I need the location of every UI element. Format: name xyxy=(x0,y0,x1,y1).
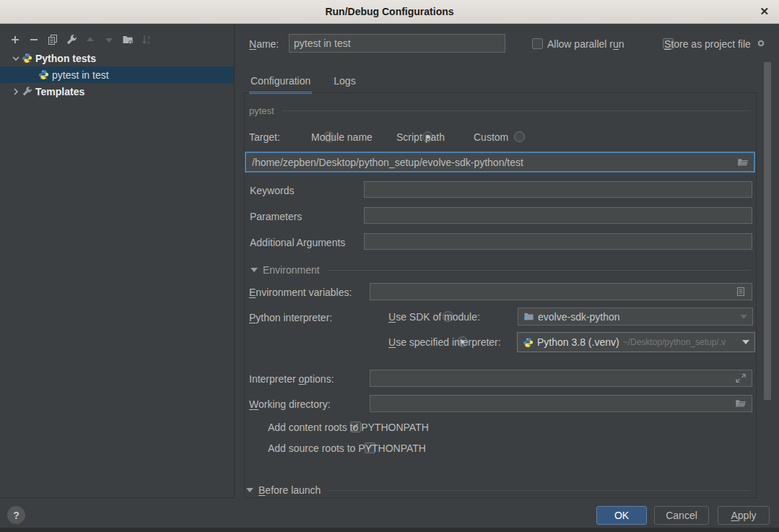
python-interpreter-label: Python interpreter: xyxy=(249,312,332,323)
new-folder-icon[interactable] xyxy=(122,34,134,45)
tree-item-label: Templates xyxy=(35,86,84,97)
edit-defaults-wrench-icon[interactable] xyxy=(66,34,77,45)
add-source-roots-label[interactable]: Add source roots to PYTHONPATH xyxy=(268,442,426,454)
name-input[interactable] xyxy=(289,34,505,53)
module-folder-icon xyxy=(523,311,534,322)
ok-button[interactable]: OK xyxy=(596,506,647,525)
environment-variables-label: Environment variables: xyxy=(249,287,352,298)
chevron-right-icon[interactable] xyxy=(10,86,22,97)
target-label: Target: xyxy=(249,131,280,143)
collapse-arrow-icon[interactable] xyxy=(251,268,258,272)
allow-parallel-run-checkbox[interactable] xyxy=(532,38,543,49)
svg-text:a: a xyxy=(147,35,150,40)
interpreter-select-value: Python 3.8 (.venv) xyxy=(537,336,619,348)
parameters-input[interactable] xyxy=(364,207,752,224)
keywords-label: Keywords xyxy=(250,185,294,196)
keywords-input[interactable] xyxy=(364,181,752,198)
additional-arguments-label: Additional Arguments xyxy=(250,237,345,248)
wrench-icon xyxy=(22,86,32,97)
help-button[interactable]: ? xyxy=(7,506,25,524)
script-path-input[interactable] xyxy=(246,153,737,171)
interpreter-select[interactable]: Python 3.8 (.venv) ~/Desktop/python_setu… xyxy=(517,332,755,352)
browse-folder-icon[interactable] xyxy=(737,157,749,168)
python-test-icon xyxy=(38,69,49,80)
pytest-section-header: pytest xyxy=(249,105,751,116)
svg-text:z: z xyxy=(147,40,150,45)
chevron-down-icon xyxy=(740,315,747,319)
expand-icon[interactable] xyxy=(735,372,747,384)
environment-variables-input[interactable] xyxy=(370,284,735,300)
gear-icon[interactable] xyxy=(755,38,767,49)
tab-logs[interactable]: Logs xyxy=(332,75,357,94)
target-custom-radio[interactable] xyxy=(514,131,525,142)
configurations-tree: Python tests pytest in test Templates xyxy=(0,50,234,100)
working-directory-field xyxy=(370,395,752,412)
section-divider xyxy=(328,490,751,491)
before-launch-section-header[interactable]: Before launch xyxy=(246,484,751,496)
section-divider xyxy=(327,270,751,271)
module-select-value: evolve-sdk-python xyxy=(538,311,620,323)
parameters-label: Parameters xyxy=(250,211,302,222)
interpreter-options-field xyxy=(370,370,752,387)
move-up-icon[interactable] xyxy=(84,34,96,45)
collapse-arrow-icon[interactable] xyxy=(246,488,253,492)
environment-section-header[interactable]: Environment xyxy=(251,264,751,276)
allow-parallel-run-label[interactable]: Allow parallel run xyxy=(547,38,624,50)
target-module-name-label[interactable]: Module name xyxy=(311,131,373,143)
working-directory-label: Working directory: xyxy=(249,398,331,410)
copy-icon[interactable] xyxy=(47,34,58,45)
before-launch-title: Before launch xyxy=(258,484,321,496)
tab-configuration[interactable]: Configuration xyxy=(249,75,312,94)
pytest-section-title: pytest xyxy=(249,105,274,116)
cancel-button[interactable]: Cancel xyxy=(654,506,709,525)
browse-folder-icon[interactable] xyxy=(735,398,747,409)
python-test-icon xyxy=(22,53,32,64)
target-custom-label[interactable]: Custom xyxy=(474,131,508,143)
use-specified-interpreter-label[interactable]: Use specified interpreter: xyxy=(388,336,501,348)
titlebar: Run/Debug Configurations ✕ xyxy=(0,0,779,24)
tab-bar: Configuration Logs xyxy=(249,75,357,94)
use-sdk-of-module-label[interactable]: Use SDK of module: xyxy=(388,311,480,323)
remove-icon[interactable] xyxy=(28,34,40,45)
vertical-scrollbar-thumb[interactable] xyxy=(764,62,771,400)
section-divider xyxy=(282,110,751,111)
module-select[interactable]: evolve-sdk-python xyxy=(518,308,753,326)
dialog-title: Run/Debug Configurations xyxy=(325,6,453,17)
help-question-icon: ? xyxy=(13,510,19,521)
script-path-field xyxy=(245,152,755,173)
run-debug-configurations-dialog: Run/Debug Configurations ✕ az xyxy=(0,0,779,532)
chevron-down-icon xyxy=(742,340,749,344)
python-icon xyxy=(523,337,534,348)
tree-toolbar: az xyxy=(9,32,152,47)
browse-variables-icon[interactable] xyxy=(735,286,747,297)
add-content-roots-label[interactable]: Add content roots to PYTHONPATH xyxy=(268,422,429,433)
tree-row-python-tests[interactable]: Python tests xyxy=(0,50,234,66)
tree-item-label: pytest in test xyxy=(52,69,109,81)
tree-item-label: Python tests xyxy=(35,53,96,64)
target-script-path-label[interactable]: Script path xyxy=(396,131,445,143)
add-icon[interactable] xyxy=(9,34,21,45)
environment-variables-field xyxy=(370,283,752,300)
interpreter-options-label: Interpreter options: xyxy=(249,373,334,385)
name-label: Name: xyxy=(249,38,279,50)
store-as-project-file-label[interactable]: Store as project file xyxy=(664,38,751,50)
interpreter-options-input[interactable] xyxy=(370,370,735,386)
dialog-bottom-edge xyxy=(0,528,779,532)
tree-row-templates[interactable]: Templates xyxy=(0,83,234,100)
additional-arguments-input[interactable] xyxy=(364,233,752,250)
apply-button[interactable]: Apply xyxy=(718,506,770,525)
environment-section-title: Environment xyxy=(263,264,320,276)
configurations-tree-panel: az Python tests pytest in test xyxy=(0,24,235,498)
tree-row-pytest-in-test[interactable]: pytest in test xyxy=(0,66,234,83)
close-icon[interactable]: ✕ xyxy=(760,6,769,17)
working-directory-input[interactable] xyxy=(370,396,735,411)
interpreter-select-path: ~/Desktop/python_setup/.v xyxy=(623,337,726,347)
sort-alphabetically-icon[interactable]: az xyxy=(141,34,152,45)
move-down-icon[interactable] xyxy=(103,34,115,45)
chevron-down-icon[interactable] xyxy=(10,53,22,64)
